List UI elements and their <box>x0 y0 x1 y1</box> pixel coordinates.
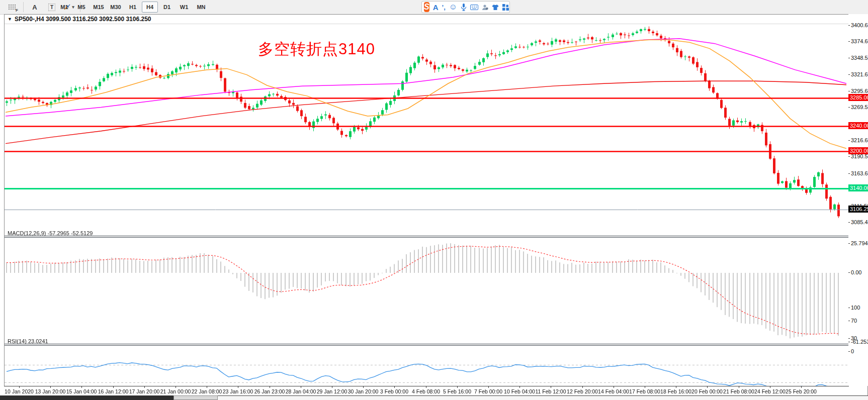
time-axis-tick <box>394 386 395 388</box>
ime-profile-icon[interactable] <box>482 4 488 11</box>
text-tool-icon: T <box>48 4 55 11</box>
axis-tick <box>848 308 850 308</box>
timeframe-button-m5[interactable]: M5 <box>73 2 90 13</box>
axis-tick <box>848 58 850 58</box>
time-axis-label: 25 Feb 20:00 <box>777 388 825 394</box>
price-axis-label: 3321.670 <box>851 71 868 77</box>
price-chart-canvas[interactable] <box>5 25 848 236</box>
hline-price-label: 3240.000 <box>848 122 868 129</box>
toolbar-separator <box>23 2 24 12</box>
sogou-logo-icon[interactable]: S <box>424 2 429 12</box>
axis-tick <box>848 25 850 26</box>
time-axis-tick <box>81 386 82 388</box>
ime-font-icon[interactable]: A <box>433 3 439 12</box>
time-axis-tick <box>488 386 489 388</box>
timeframe-button-w1[interactable]: W1 <box>176 2 192 13</box>
chart-title: SP500-,H4 3099.500 3116.250 3092.500 310… <box>15 16 151 23</box>
time-axis-tick <box>176 386 176 388</box>
axis-tick <box>848 338 850 339</box>
collapse-triangle-icon[interactable]: ▼ <box>8 17 12 22</box>
time-axis[interactable]: 10 Jan 202013 Jan 20:0015 Jan 04:0016 Ja… <box>4 386 848 396</box>
symbols-grid-button[interactable]: F <box>4 2 20 13</box>
chart-annotation-text[interactable]: 多空转折点3140 <box>258 39 375 60</box>
rsi-axis-label: 70 <box>851 318 857 324</box>
time-axis-tick <box>676 386 676 388</box>
axis-tick <box>848 41 850 42</box>
macd-panel-canvas[interactable] <box>5 238 848 344</box>
ime-emoji-icon[interactable]: ☺ <box>449 3 457 12</box>
taskbar-light-segment <box>218 395 868 400</box>
time-axis-tick <box>739 386 739 388</box>
timeframe-button-m30[interactable]: M30 <box>108 2 124 13</box>
rsi-indicator-label: RSI(14) 23.0241 <box>8 338 48 344</box>
timeframe-button-h1[interactable]: H1 <box>125 2 141 13</box>
time-axis-tick <box>238 386 238 388</box>
ime-menu-grid-icon[interactable] <box>502 4 509 11</box>
metatrader-window: F A T ▾ M1M5M15M30H1H4D1W1MN S A ’, ☺ <box>0 0 868 400</box>
axis-tick <box>848 140 850 141</box>
ime-toolbar[interactable]: S A ’, ☺ <box>421 1 510 13</box>
taskbar-edge <box>0 395 868 400</box>
time-axis-tick <box>614 386 614 388</box>
axis-tick <box>848 272 850 273</box>
timeframe-button-mn[interactable]: MN <box>193 2 209 13</box>
price-axis-label: 3216.600 <box>851 137 868 143</box>
time-axis-tick <box>707 386 708 388</box>
axis-tick <box>848 342 850 342</box>
ime-punctuation-icon[interactable]: ’, <box>442 4 446 11</box>
time-axis-tick <box>582 386 583 388</box>
label-tool-button[interactable]: A <box>27 2 43 13</box>
axis-tick <box>848 107 850 108</box>
timeframe-button-m1[interactable]: M1 <box>56 2 72 13</box>
price-axis-label: 3295.600 <box>851 88 868 94</box>
price-axis-label: 3163.670 <box>851 170 868 176</box>
timeframe-button-d1[interactable]: D1 <box>159 2 175 13</box>
label-a-icon: A <box>32 4 37 11</box>
price-axis-label: 3400.670 <box>851 22 868 28</box>
rsi-axis-label: 0 <box>851 348 854 354</box>
macd-indicator-label: MACD(12,26,9) -57.2965 -52.5129 <box>8 230 93 236</box>
right-axis-column[interactable]: 3400.6703374.6003348.5303321.6703295.600… <box>848 14 868 386</box>
time-axis-tick <box>426 386 426 388</box>
time-axis-tick <box>770 386 770 388</box>
axis-tick <box>848 321 850 321</box>
time-axis-tick <box>332 386 332 388</box>
hline-price-label: 3200.000 <box>848 147 868 154</box>
time-axis-tick <box>270 386 270 388</box>
rsi-axis-label: 30 <box>851 335 857 341</box>
time-axis-tick <box>457 386 458 388</box>
timeframe-button-h4[interactable]: H4 <box>142 2 158 13</box>
time-axis-tick <box>19 386 20 388</box>
ime-microphone-icon[interactable] <box>461 4 467 11</box>
hline-price-label: 3285.000 <box>848 94 868 101</box>
rsi-axis-label: 100 <box>851 305 860 311</box>
price-axis-label: 3269.530 <box>851 104 868 110</box>
time-axis-tick <box>50 386 51 388</box>
chart-title-bar[interactable]: ▼ SP500-,H4 3099.500 3116.250 3092.500 3… <box>5 15 867 24</box>
time-axis-tick <box>144 386 145 388</box>
ime-keyboard-icon[interactable] <box>470 5 478 10</box>
price-axis-label: 3348.530 <box>851 55 868 61</box>
axis-tick <box>848 91 850 91</box>
timeframe-toolbar: M1M5M15M30H1H4D1W1MN <box>56 2 209 13</box>
timeframe-button-m15[interactable]: M15 <box>91 2 107 13</box>
price-axis-label: 3085.460 <box>851 219 868 225</box>
current-price-label: 3106.250 <box>848 206 868 213</box>
hline-price-label: 3140.000 <box>848 184 868 191</box>
symbols-grid-icon: F <box>8 4 16 11</box>
axis-tick <box>848 156 850 157</box>
ime-skin-shirt-icon[interactable] <box>492 4 499 11</box>
time-axis-tick <box>801 386 802 388</box>
taskbar-button-segment[interactable] <box>173 395 218 400</box>
time-axis-tick <box>301 386 301 388</box>
axis-tick <box>848 173 850 174</box>
macd-axis-label: 25.7946 <box>851 240 868 246</box>
taskbar-dark-segment <box>0 395 173 400</box>
time-axis-tick <box>645 386 645 388</box>
time-axis-tick <box>113 386 114 388</box>
price-axis-label: 3374.600 <box>851 38 868 44</box>
axis-tick <box>848 243 850 244</box>
axis-tick <box>848 351 850 352</box>
macd-axis-label: 0.00 <box>851 269 861 275</box>
time-axis-tick <box>551 386 551 388</box>
